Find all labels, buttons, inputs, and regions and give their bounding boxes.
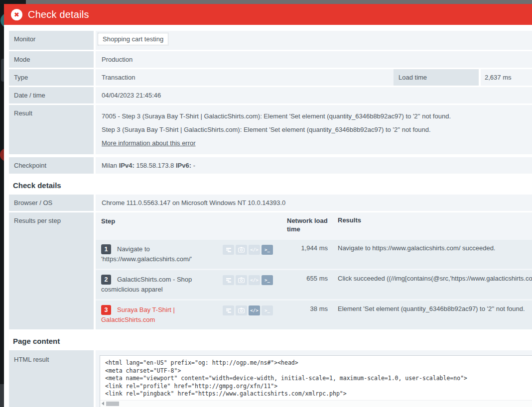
results-per-step-label: Results per step <box>9 212 94 329</box>
datetime-value: 04/04/2023 21:45:46 <box>96 87 532 103</box>
check-details-dialog: ✖ Check details Monitor Shopping cart te… <box>4 4 532 407</box>
column-header-network-load-time: Network load time <box>279 216 328 233</box>
step-1-load-time: 1,944 ms <box>279 244 328 264</box>
console-icon[interactable]: >_ <box>262 275 273 285</box>
steps-table: Step Network load time Results 1Navigate… <box>96 212 532 329</box>
step-2-title-cell: 2GalacticShirts.com - Shop cosmiclicious… <box>96 275 223 295</box>
column-header-results: Results <box>328 216 532 233</box>
step-1-title-cell: 1Navigate to 'https://www.galacticshirts… <box>96 244 223 264</box>
step-row-3: 3Suraya Bay T-Shirt | GalacticShirts.com… <box>96 301 532 329</box>
dialog-title: Check details <box>28 9 89 20</box>
browser-os-label: Browser / OS <box>9 195 94 211</box>
source-code-icon[interactable]: </> <box>249 275 260 285</box>
step-details-icon[interactable] <box>223 275 234 285</box>
mode-label: Mode <box>9 51 94 68</box>
scrollbar-thumb[interactable] <box>106 402 119 406</box>
result-error-line-2: Step 3 (Suraya Bay T-Shirt | GalacticShi… <box>102 123 526 136</box>
datetime-label: Date / time <box>9 87 94 103</box>
mode-row: Mode Production <box>9 51 532 68</box>
type-value: Transaction <box>96 69 394 86</box>
result-value-cell: 7005 - Step 3 (Suraya Bay T-Shirt | Gala… <box>96 105 532 154</box>
step-3-number-badge: 3 <box>101 305 111 315</box>
checkpoint-city: Milan <box>102 162 117 169</box>
horizontal-scrollbar[interactable] <box>100 400 532 407</box>
ipv6-label: IPv6: <box>176 162 191 169</box>
step-1-title: Navigate to 'https://www.galacticshirts.… <box>101 245 192 263</box>
source-code-icon[interactable]: </> <box>249 245 260 255</box>
monitor-name-link[interactable]: Shopping cart testing <box>98 33 168 45</box>
scroll-left-arrow-icon[interactable] <box>102 402 104 406</box>
html-result-cell: <html lang="en-US" prefix="og: http://og… <box>96 350 532 407</box>
sidebar-alert-badge <box>0 148 4 161</box>
step-3-title: Suraya Bay T-Shirt | GalacticShirts.com <box>101 306 175 323</box>
dialog-body: Monitor Shopping cart testing Mode Produ… <box>4 25 532 407</box>
step-2-load-time: 655 ms <box>279 275 328 295</box>
screenshot-icon[interactable] <box>236 275 247 285</box>
checkpoint-row: Checkpoint Milan IPv4: 158.58.173.8 IPv6… <box>9 157 532 174</box>
console-icon[interactable]: >_ <box>262 305 273 315</box>
screenshot-icon[interactable] <box>236 305 247 315</box>
step-2-number-badge: 2 <box>101 275 111 285</box>
load-time-value: 2,637 ms <box>481 69 532 86</box>
step-3-title-cell: 3Suraya Bay T-Shirt | GalacticShirts.com <box>96 305 223 325</box>
result-row: Result 7005 - Step 3 (Suraya Bay T-Shirt… <box>9 105 532 154</box>
result-label: Result <box>9 105 94 154</box>
browser-os-row: Browser / OS Chrome 111.0.5563.147 on Mi… <box>9 195 532 211</box>
step-row-1: 1Navigate to 'https://www.galacticshirts… <box>96 240 532 269</box>
page-content-heading: Page content <box>13 337 532 345</box>
step-details-icon[interactable] <box>223 245 234 255</box>
more-information-link[interactable]: More information about this error <box>102 136 196 150</box>
check-details-heading: Check details <box>13 181 532 190</box>
close-icon[interactable]: ✖ <box>11 9 22 20</box>
step-2-title: GalacticShirts.com - Shop cosmiclicious … <box>101 276 192 293</box>
screenshot-icon[interactable] <box>236 245 247 255</box>
load-time-label: Load time <box>394 69 479 86</box>
result-error-line-1: 7005 - Step 3 (Suraya Bay T-Shirt | Gala… <box>102 109 526 123</box>
app-sidebar-edge <box>0 4 4 407</box>
sidebar-corner <box>0 0 26 4</box>
column-header-step: Step <box>96 216 223 233</box>
html-result-row: HTML result <html lang="en-US" prefix="o… <box>9 350 532 407</box>
html-result-label: HTML result <box>9 350 94 407</box>
step-details-icon[interactable] <box>223 305 234 315</box>
dialog-header: ✖ Check details <box>4 4 532 25</box>
step-row-2: 2GalacticShirts.com - Shop cosmiclicious… <box>96 270 532 299</box>
dimmed-background-top <box>0 0 532 4</box>
ipv4-label: IPv4: <box>119 162 134 169</box>
console-icon[interactable]: >_ <box>262 245 273 255</box>
sidebar-avatar-icon <box>0 13 4 28</box>
step-1-result: Navigate to https://www.galacticshirts.c… <box>328 244 532 264</box>
results-per-step-row: Results per step Step Network load time … <box>9 212 532 329</box>
steps-table-header: Step Network load time Results <box>96 212 532 238</box>
mode-value: Production <box>96 51 532 68</box>
step-1-number-badge: 1 <box>101 244 111 254</box>
html-source-viewer[interactable]: <html lang="en-US" prefix="og: http://og… <box>100 355 532 407</box>
source-code-icon[interactable]: </> <box>249 305 260 315</box>
type-label: Type <box>9 69 94 86</box>
sidebar-footer-edge <box>0 384 4 407</box>
browser-os-value: Chrome 111.0.5563.147 on Microsoft Windo… <box>96 195 532 211</box>
monitor-value-cell: Shopping cart testing <box>96 31 532 50</box>
ipv4-value: 158.58.173.8 <box>136 162 174 169</box>
step-2-result: Click succeeded ((//img[contains(@src,'h… <box>328 275 532 295</box>
monitor-row: Monitor Shopping cart testing <box>9 31 532 50</box>
checkpoint-value-cell: Milan IPv4: 158.58.173.8 IPv6: - <box>96 157 532 174</box>
step-3-result: Element 'Set element (quantity_6346b8b92… <box>328 305 532 325</box>
checkpoint-label: Checkpoint <box>9 157 94 174</box>
step-3-load-time: 38 ms <box>279 305 328 325</box>
ipv6-value: - <box>193 162 195 169</box>
monitor-label: Monitor <box>9 31 94 50</box>
type-row: Type Transaction Load time 2,637 ms <box>9 69 532 86</box>
html-source-code[interactable]: <html lang="en-US" prefix="og: http://og… <box>100 356 532 400</box>
datetime-row: Date / time 04/04/2023 21:45:46 <box>9 87 532 103</box>
